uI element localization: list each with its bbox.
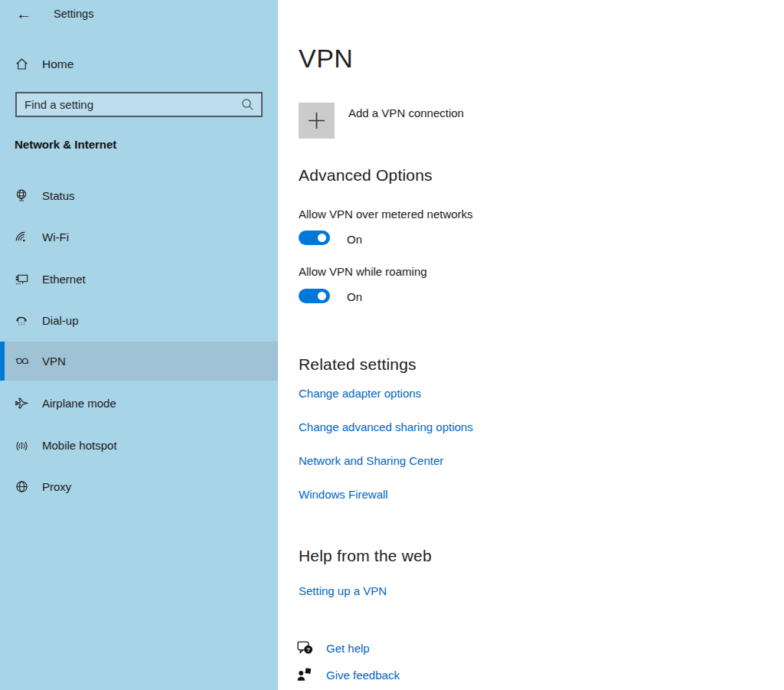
sidebar-item-label: Status (42, 189, 75, 202)
home-icon (15, 57, 29, 71)
sidebar-item-label: VPN (42, 355, 66, 368)
proxy-globe-icon (15, 479, 29, 494)
get-help-icon: ? (296, 639, 314, 657)
sidebar-item-wifi[interactable]: Wi-Fi (0, 217, 278, 257)
toggle-knob (318, 292, 326, 300)
link-change-adapter-options[interactable]: Change adapter options (299, 387, 421, 400)
link-setting-up-a-vpn[interactable]: Setting up a VPN (299, 584, 387, 597)
give-feedback-link[interactable]: Give feedback (296, 666, 603, 685)
sidebar-item-label: Proxy (42, 480, 71, 493)
status-globe-icon (15, 188, 28, 203)
get-help-label: Get help (326, 642, 370, 655)
plus-icon (299, 103, 335, 139)
give-feedback-label: Give feedback (326, 669, 400, 682)
dialup-phone-icon (15, 313, 28, 328)
help-from-web-heading: Help from the web (299, 547, 432, 565)
sidebar-item-dialup[interactable]: Dial-up (0, 301, 278, 340)
add-vpn-connection-label: Add a VPN connection (348, 106, 464, 119)
sidebar-item-ethernet[interactable]: Ethernet (0, 260, 278, 299)
related-settings-heading: Related settings (299, 355, 416, 374)
svg-text:?: ? (306, 646, 310, 653)
search-input[interactable] (17, 93, 261, 116)
link-windows-firewall[interactable]: Windows Firewall (299, 488, 388, 501)
sidebar-item-label: Wi-Fi (42, 231, 69, 244)
give-feedback-icon (296, 666, 314, 684)
link-network-and-sharing-center[interactable]: Network and Sharing Center (299, 454, 443, 467)
toggle-label-metered: Allow VPN over metered networks (299, 208, 473, 221)
toggle-label-roaming: Allow VPN while roaming (299, 265, 427, 278)
sidebar-item-airplane-mode[interactable]: Airplane mode (0, 384, 278, 423)
toggle-vpn-metered[interactable] (299, 231, 330, 245)
search-box (15, 92, 263, 117)
sidebar-item-label: Home (42, 57, 74, 71)
toggle-vpn-roaming[interactable] (299, 289, 330, 303)
sidebar: ← Settings Home Network & Internet (0, 0, 278, 690)
vpn-icon (15, 354, 30, 368)
page-title: VPN (299, 44, 353, 74)
back-arrow-icon: ← (16, 5, 31, 22)
selected-accent-bar (0, 342, 5, 381)
sidebar-item-label: Ethernet (42, 273, 86, 286)
airplane-icon (15, 396, 29, 410)
sidebar-item-mobile-hotspot[interactable]: Mobile hotspot (0, 426, 278, 465)
back-button[interactable]: ← (13, 4, 34, 24)
sidebar-section-heading: Network & Internet (15, 138, 116, 151)
hotspot-icon (15, 438, 29, 453)
settings-window: ← Settings Home Network & Internet (0, 0, 784, 690)
sidebar-item-status[interactable]: Status (0, 176, 278, 215)
sidebar-item-vpn[interactable]: VPN (0, 342, 278, 381)
ethernet-icon (15, 272, 29, 286)
wifi-icon (15, 230, 28, 244)
toggle-state-roaming: On (347, 290, 362, 303)
add-vpn-connection-button[interactable] (299, 103, 335, 139)
main-pane: VPN Add a VPN connection Advanced Option… (278, 0, 784, 690)
toggle-state-metered: On (347, 233, 362, 246)
app-title: Settings (54, 8, 93, 20)
sidebar-item-home[interactable]: Home (0, 51, 278, 78)
search-icon[interactable] (240, 97, 255, 112)
sidebar-item-proxy[interactable]: Proxy (0, 467, 278, 506)
sidebar-item-label: Mobile hotspot (42, 439, 117, 452)
get-help-link[interactable]: ? Get help (296, 639, 603, 658)
sidebar-item-label: Dial-up (42, 314, 79, 327)
toggle-knob (318, 234, 326, 242)
sidebar-item-label: Airplane mode (42, 397, 116, 410)
link-change-advanced-sharing-options[interactable]: Change advanced sharing options (299, 420, 473, 433)
advanced-options-heading: Advanced Options (299, 166, 433, 185)
